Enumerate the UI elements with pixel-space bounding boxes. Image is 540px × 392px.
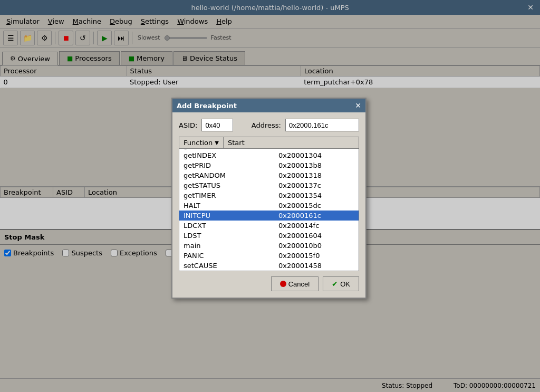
function-row[interactable]: LDCXT 0x200014fc [179, 221, 359, 231]
function-name: HALT [179, 200, 274, 211]
function-name: PANIC [179, 251, 274, 261]
function-name: INITCPU [179, 211, 274, 221]
function-start: 0x20001354 [274, 190, 359, 200]
function-name: getPRID [179, 160, 274, 170]
function-name: getTIMER [179, 190, 274, 200]
function-row[interactable]: PANIC 0x200015f0 [179, 251, 359, 261]
function-start: 0x200010b0 [274, 241, 359, 251]
modal-overlay: Add Breakpoint ✕ ASID: Address: Function… [0, 0, 540, 392]
function-row[interactable]: getRANDOM 0x20001318 [179, 170, 359, 180]
address-label: Address: [252, 121, 281, 129]
function-name: getSTATUS [179, 180, 274, 190]
start-col-label: Start [228, 139, 245, 147]
function-start: 0x20001318 [274, 170, 359, 180]
function-start: 0x200015f0 [274, 251, 359, 261]
function-name: getRANDOM [179, 170, 274, 180]
ok-button[interactable]: ✔ OK [323, 276, 359, 291]
dialog-title: Add Breakpoint [177, 102, 237, 110]
function-list-container: Function ▼ Start getEPC 0x200013a4 getIN… [179, 137, 359, 271]
function-row[interactable]: HALT 0x200015dc [179, 200, 359, 211]
dialog-body: ASID: Address: Function ▼ Start [172, 112, 365, 298]
function-start: 0x200013b8 [274, 160, 359, 170]
function-col-label: Function [184, 139, 213, 147]
dialog-buttons: Cancel ✔ OK [179, 276, 359, 291]
dialog-title-bar: Add Breakpoint ✕ [172, 99, 365, 112]
ok-label: OK [340, 280, 350, 288]
function-row[interactable]: LDST 0x20001604 [179, 231, 359, 241]
asid-input[interactable] [201, 119, 233, 131]
function-list[interactable]: getEPC 0x200013a4 getINDEX 0x20001304 ge… [179, 149, 359, 271]
function-row[interactable]: setCAUSE 0x20001458 [179, 261, 359, 271]
function-name: LDCXT [179, 221, 274, 231]
function-start: 0x200015dc [274, 200, 359, 211]
sort-icon: ▼ [215, 140, 219, 146]
function-row[interactable]: INITCPU 0x2000161c [179, 211, 359, 221]
cancel-button[interactable]: Cancel [271, 276, 319, 291]
address-input[interactable] [285, 119, 359, 131]
cancel-icon [280, 281, 286, 287]
function-name: LDST [179, 231, 274, 241]
function-start: 0x2000161c [274, 211, 359, 221]
function-list-header: Function ▼ Start [179, 137, 359, 149]
function-start: 0x20001458 [274, 261, 359, 271]
function-col-header[interactable]: Function ▼ [179, 137, 224, 148]
asid-address-row: ASID: Address: [179, 119, 359, 131]
asid-label: ASID: [179, 121, 197, 129]
function-row[interactable]: getPRID 0x200013b8 [179, 160, 359, 170]
function-row[interactable]: getTIMER 0x20001354 [179, 190, 359, 200]
function-row[interactable]: getSTATUS 0x2000137c [179, 180, 359, 190]
dialog-close-button[interactable]: ✕ [355, 101, 361, 110]
function-name: getINDEX [179, 150, 274, 160]
add-breakpoint-dialog: Add Breakpoint ✕ ASID: Address: Function… [171, 98, 367, 299]
function-start: 0x20001304 [274, 150, 359, 160]
function-start: 0x2000137c [274, 180, 359, 190]
function-name: setCAUSE [179, 261, 274, 271]
function-start: 0x20001604 [274, 231, 359, 241]
ok-icon: ✔ [332, 280, 338, 288]
function-start: 0x200014fc [274, 221, 359, 231]
function-row[interactable]: getINDEX 0x20001304 [179, 150, 359, 160]
function-name: main [179, 241, 274, 251]
start-col-header[interactable]: Start [224, 137, 249, 148]
function-row[interactable]: main 0x200010b0 [179, 241, 359, 251]
cancel-label: Cancel [288, 280, 310, 288]
